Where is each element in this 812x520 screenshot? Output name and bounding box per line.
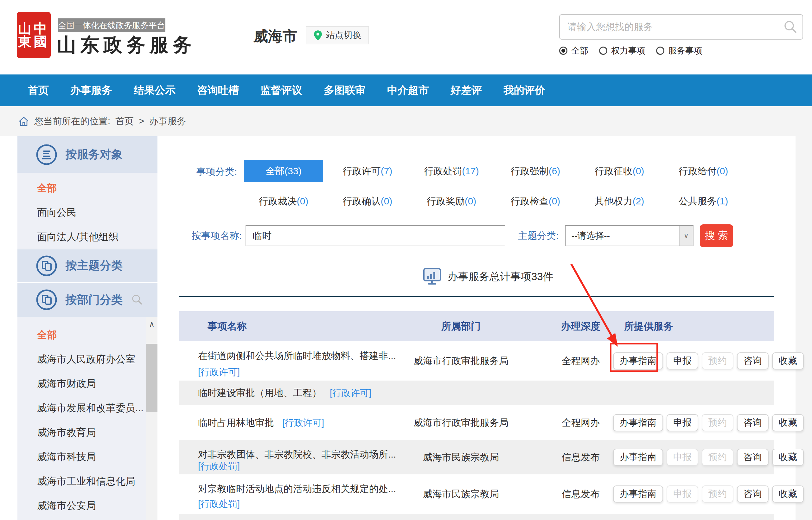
tab-label: 行政征收: [595, 165, 633, 178]
scrollbar-up-button[interactable]: ∧: [146, 317, 158, 332]
department-item-2[interactable]: 威海市财政局: [18, 371, 158, 396]
service-buttons: 办事指南申报预约咨询收藏: [613, 449, 804, 466]
tab-label: 行政奖励: [427, 195, 465, 208]
service-button-办事指南[interactable]: 办事指南: [613, 353, 663, 369]
global-search-input[interactable]: [559, 14, 803, 40]
breadcrumb-home-link[interactable]: 首页: [115, 115, 134, 128]
sidebar-item-0[interactable]: 全部: [18, 176, 158, 200]
nav-item-4[interactable]: 监督评议: [261, 83, 302, 98]
service-button-预约: 预约: [702, 449, 733, 466]
radio-icon[interactable]: [599, 47, 607, 55]
department-item-3[interactable]: 威海市发展和改革委员...: [18, 396, 158, 420]
nav-item-3[interactable]: 咨询吐槽: [197, 83, 239, 98]
service-button-预约: 预约: [702, 414, 733, 431]
platform-tagline: 全国一体化在线政务服务平台: [58, 18, 165, 32]
search-scope-label: 全部: [571, 45, 588, 56]
service-button-收藏[interactable]: 收藏: [772, 486, 804, 502]
item-depth: 信息发布: [541, 450, 620, 464]
nav-item-0[interactable]: 首页: [28, 83, 49, 98]
category-tab-4[interactable]: 行政征收(0): [580, 160, 659, 182]
category-tab-10[interactable]: 其他权力(2): [580, 190, 659, 212]
department-item-5[interactable]: 威海市科技局: [18, 445, 158, 469]
radio-icon[interactable]: [559, 47, 567, 55]
item-type-link[interactable]: [行政许可]: [282, 417, 324, 427]
sidebar-scrollbar[interactable]: ∧: [146, 317, 158, 520]
category-tabs: 全部(33)行政许可(7)行政处罚(17)行政强制(6)行政征收(0)行政给付(…: [244, 160, 748, 212]
tab-label: 行政强制: [511, 165, 549, 178]
tab-count: (0): [297, 196, 308, 207]
total-summary-text: 办事服务总计事项33件: [448, 270, 553, 284]
service-button-办事指南[interactable]: 办事指南: [613, 486, 663, 502]
main-nav: 首页办事服务结果公示咨询吐槽监督评议多图联审中介超市好差评我的评价: [0, 75, 812, 106]
service-button-咨询[interactable]: 咨询: [737, 486, 768, 502]
category-tab-7[interactable]: 行政确认(0): [328, 190, 407, 212]
sidebar-item-2[interactable]: 面向法人/其他组织: [18, 225, 158, 249]
category-tab-1[interactable]: 行政许可(7): [328, 160, 407, 182]
service-buttons: 办事指南申报预约咨询收藏: [613, 353, 804, 369]
department-item-7[interactable]: 威海市公安局: [18, 493, 158, 518]
site-switch-button[interactable]: 站点切换: [306, 26, 369, 44]
item-type-link[interactable]: [行政处罚]: [198, 498, 240, 511]
service-button-预约: 预约: [702, 486, 733, 502]
tab-count: (0): [465, 196, 477, 207]
category-tab-3[interactable]: 行政强制(6): [496, 160, 575, 182]
category-tab-8[interactable]: 行政奖励(0): [412, 190, 491, 212]
department-search-icon[interactable]: [131, 291, 143, 309]
service-button-办事指南[interactable]: 办事指南: [613, 449, 663, 466]
category-tab-5[interactable]: 行政给付(0): [664, 160, 743, 182]
category-tab-9[interactable]: 行政检查(0): [496, 190, 575, 212]
department-item-0[interactable]: 全部: [18, 322, 158, 347]
sidebar-section-theme[interactable]: 按主题分类: [18, 250, 158, 282]
service-button-收藏[interactable]: 收藏: [772, 414, 804, 431]
list-circle-icon: [36, 144, 57, 165]
tab-label: 全部: [266, 165, 285, 178]
department-item-6[interactable]: 威海市工业和信息化局: [18, 469, 158, 493]
radio-icon[interactable]: [656, 47, 665, 55]
search-icon[interactable]: [784, 20, 797, 34]
department-item-4[interactable]: 威海市教育局: [18, 420, 158, 445]
nav-item-5[interactable]: 多图联审: [324, 83, 366, 98]
topic-select[interactable]: --请选择-- ∨: [565, 225, 694, 246]
item-depth: 信息发布: [541, 488, 620, 501]
category-tab-0[interactable]: 全部(33): [244, 160, 323, 182]
nav-item-6[interactable]: 中介超市: [387, 83, 429, 98]
scrollbar-thumb[interactable]: [146, 344, 158, 412]
sidebar-section-department[interactable]: 按部门分类: [18, 283, 158, 317]
item-name-input[interactable]: [246, 225, 505, 246]
category-tab-11[interactable]: 公共服务(1): [664, 190, 743, 212]
service-button-申报[interactable]: 申报: [667, 353, 698, 369]
sidebar-section-service-object[interactable]: 按服务对象: [18, 136, 158, 173]
tab-label: 行政检查: [511, 195, 549, 208]
department-item-1[interactable]: 威海市人民政府办公室: [18, 347, 158, 371]
service-button-咨询[interactable]: 咨询: [737, 353, 768, 369]
service-button-收藏[interactable]: 收藏: [772, 353, 804, 369]
squares-circle-icon: [36, 255, 57, 277]
item-type-link[interactable]: [行政许可]: [198, 366, 240, 379]
service-button-申报[interactable]: 申报: [667, 414, 698, 431]
category-tab-6[interactable]: 行政裁决(0): [244, 190, 323, 212]
service-button-办事指南[interactable]: 办事指南: [613, 414, 663, 431]
nav-item-2[interactable]: 结果公示: [134, 83, 175, 98]
service-button-收藏[interactable]: 收藏: [772, 449, 804, 466]
table-header: 事项名称所属部门办理深度所提供服务: [179, 311, 774, 341]
tab-label: 行政给付: [679, 165, 716, 178]
nav-item-8[interactable]: 我的评价: [504, 83, 545, 98]
nav-item-1[interactable]: 办事服务: [70, 83, 112, 98]
name-filter-label: 按事项名称:: [192, 229, 242, 242]
service-button-咨询[interactable]: 咨询: [737, 414, 768, 431]
search-scope-0[interactable]: 全部: [559, 45, 588, 56]
tab-label: 行政确认: [343, 195, 381, 208]
search-scope-2[interactable]: 服务事项: [656, 45, 702, 56]
location-pin-icon: [314, 30, 322, 41]
item-name: 对宗教临时活动地点的活动违反相关规定的处...: [198, 483, 396, 496]
item-depth: 全程网办: [541, 355, 620, 368]
service-button-咨询[interactable]: 咨询: [737, 449, 768, 466]
item-type-link[interactable]: [行政处罚]: [198, 460, 240, 473]
search-button[interactable]: 搜 索: [700, 224, 733, 247]
item-type-link[interactable]: [行政许可]: [330, 388, 372, 398]
sidebar-item-1[interactable]: 面向公民: [18, 200, 158, 225]
tab-count: (0): [633, 166, 644, 177]
category-tab-2[interactable]: 行政处罚(17): [412, 160, 491, 182]
search-scope-1[interactable]: 权力事项: [599, 45, 645, 56]
nav-item-7[interactable]: 好差评: [451, 83, 482, 98]
